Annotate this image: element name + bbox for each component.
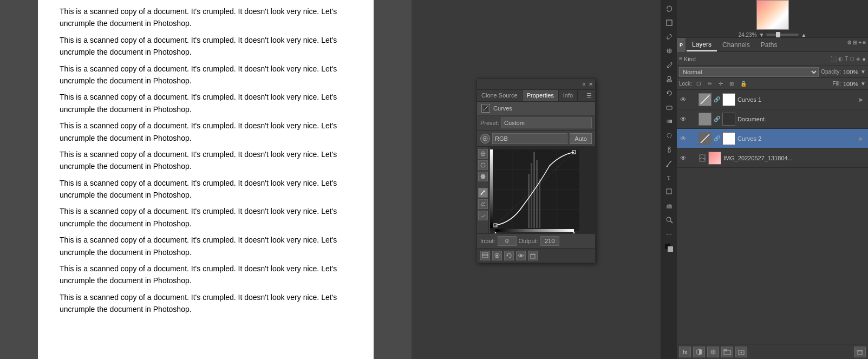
blend-mode-select[interactable]: Normal Multiply Screen: [679, 67, 819, 77]
target-adjust-icon[interactable]: [480, 134, 490, 143]
tab-channels[interactable]: Channels: [717, 38, 755, 51]
auto-button[interactable]: Auto: [570, 133, 592, 144]
zoom-increase-icon[interactable]: ▲: [801, 32, 806, 38]
layer-visibility-image[interactable]: 👁: [679, 154, 688, 162]
clip-to-layer-btn[interactable]: [492, 251, 502, 260]
zoom-decrease-icon[interactable]: ▼: [759, 32, 765, 38]
delete-btn[interactable]: [528, 251, 538, 260]
filter-shape-icon[interactable]: ⬡: [850, 56, 854, 62]
output-value[interactable]: [540, 236, 559, 246]
shape-tool-btn[interactable]: [663, 185, 676, 198]
panel-arrange-icon[interactable]: ⊞: [853, 40, 857, 50]
blur-tool-btn[interactable]: [663, 129, 676, 142]
filter-toggle[interactable]: ●: [862, 56, 866, 62]
stamp-tool-btn[interactable]: [663, 73, 676, 86]
tab-info[interactable]: Info: [559, 90, 578, 101]
panel-close-btn[interactable]: ✕: [589, 81, 593, 87]
lock-row: Lock: ⬡ ✏ ✛ ⊞ 🔒 Fill: 100% ▼: [677, 78, 868, 90]
layer-item-image[interactable]: 👁 IMG_20220527_131804...: [677, 148, 868, 168]
filter-smart-icon[interactable]: ◈: [856, 56, 860, 62]
visibility-btn[interactable]: [516, 251, 526, 260]
tab-properties[interactable]: Properties: [523, 90, 559, 101]
panel-add-icon[interactable]: +: [858, 40, 862, 50]
input-output-row: Input: Output:: [477, 233, 595, 248]
tab-clone-source[interactable]: Clone Source: [477, 90, 523, 101]
heal-tool-btn[interactable]: [663, 44, 676, 57]
sample-shadows-btn[interactable]: [478, 149, 488, 159]
sample-midtones-btn[interactable]: [478, 160, 488, 170]
layer-chain-curves1: 🔗: [714, 96, 720, 102]
pencil-curve-btn[interactable]: [478, 188, 488, 198]
panel-more-icon[interactable]: ≡: [863, 40, 866, 50]
pen-tool-btn[interactable]: [663, 157, 676, 170]
svg-rect-25: [495, 229, 574, 232]
layer-name-document: Document.: [738, 116, 866, 122]
layer-item-curves2[interactable]: 👁 🔗 Curves 2 ▶: [677, 129, 868, 148]
lock-all-btn[interactable]: 🔒: [738, 80, 749, 88]
zoom-handle[interactable]: [776, 32, 780, 37]
add-layer-btn[interactable]: [735, 347, 747, 357]
layer-visibility-document[interactable]: 👁: [679, 115, 688, 123]
document-paragraph: This is a scanned copy of a document. It…: [60, 177, 352, 201]
history-tool-btn[interactable]: [663, 87, 676, 100]
reset-btn[interactable]: [504, 251, 514, 260]
layer-expand-curves1[interactable]: ▶: [859, 97, 866, 102]
zoom-slider[interactable]: [766, 34, 799, 36]
panel-settings-icon[interactable]: ⚙: [847, 40, 852, 50]
zoom-tool-btn[interactable]: [663, 213, 676, 226]
draw-curve-btn[interactable]: [478, 199, 488, 209]
layer-item-document[interactable]: 👁 🔗 Document.: [677, 109, 868, 129]
svg-line-54: [670, 221, 673, 223]
more-options-btn[interactable]: ···: [663, 227, 676, 240]
opacity-dropdown-icon[interactable]: ▼: [860, 69, 866, 75]
gradient-tool-btn[interactable]: [663, 115, 676, 128]
brush-tool-btn[interactable]: [663, 58, 676, 71]
zoom-level: 24.23%: [739, 32, 757, 38]
add-layer-btn[interactable]: [480, 251, 490, 260]
filter-adjust-icon[interactable]: ◐: [838, 56, 843, 62]
eyedropper-tool-btn[interactable]: [663, 30, 676, 43]
layer-link-curves2: [690, 135, 696, 142]
panel-menu-btn[interactable]: ☰: [583, 90, 595, 101]
preset-select[interactable]: Custom Default Linear Contrast: [501, 118, 592, 128]
text-tool-btn[interactable]: T: [663, 171, 676, 184]
layer-visibility-curves2[interactable]: 👁: [679, 134, 688, 143]
delete-layer-btn[interactable]: [854, 347, 866, 357]
svg-marker-33: [507, 254, 508, 257]
channel-select[interactable]: RGB Red Green option>Blue: [492, 133, 567, 144]
far-right-panel: 24.23% ▼ ▲ P Layers Channels Paths: [677, 0, 868, 359]
lock-artboard-btn[interactable]: ⊞: [727, 80, 736, 88]
filter-type-icon[interactable]: T: [845, 56, 848, 62]
panel-collapse-btn[interactable]: «: [582, 81, 585, 87]
curves-graph[interactable]: [490, 147, 595, 233]
add-mask-btn[interactable]: [693, 347, 705, 357]
fill-dropdown-icon[interactable]: ▼: [860, 81, 866, 87]
add-fx-btn[interactable]: fx: [679, 347, 691, 357]
layer-visibility-curves1[interactable]: 👁: [679, 95, 688, 104]
canvas-area: « ✕ Clone Source Properties Info ☰: [412, 0, 661, 359]
smooth-curve-btn[interactable]: [478, 211, 488, 220]
svg-rect-26: [490, 149, 493, 228]
document-paragraph: This is a scanned copy of a document. It…: [60, 263, 352, 287]
layer-expand-curves2[interactable]: ▶: [859, 136, 866, 141]
layer-item-curves1[interactable]: 👁 🔗 Curves 1 ▶: [677, 90, 868, 109]
add-adjustment-btn[interactable]: [707, 347, 719, 357]
lasso-tool-btn[interactable]: [663, 2, 676, 15]
color-swap-btn[interactable]: [663, 241, 676, 254]
dodge-tool-btn[interactable]: [663, 143, 676, 156]
svg-rect-46: [667, 106, 672, 109]
tab-layers[interactable]: Layers: [687, 38, 717, 51]
hand-tool-btn[interactable]: [663, 199, 676, 212]
lock-transparent-btn[interactable]: ⬡: [694, 80, 703, 88]
lock-position-btn[interactable]: ✛: [716, 80, 725, 88]
filter-pixel-icon[interactable]: ⬛: [830, 56, 837, 62]
lock-pixels-btn[interactable]: ✏: [706, 80, 714, 88]
filter-icons: ⬛ ◐ T ⬡ ◈ ●: [830, 56, 866, 62]
add-group-btn[interactable]: [721, 347, 733, 357]
crop-tool-btn[interactable]: [663, 16, 676, 29]
tab-paths[interactable]: Paths: [755, 38, 783, 51]
eraser-tool-btn[interactable]: [663, 101, 676, 114]
sample-highlights-btn[interactable]: [478, 172, 488, 181]
input-value[interactable]: [498, 236, 517, 246]
svg-point-34: [520, 254, 522, 257]
